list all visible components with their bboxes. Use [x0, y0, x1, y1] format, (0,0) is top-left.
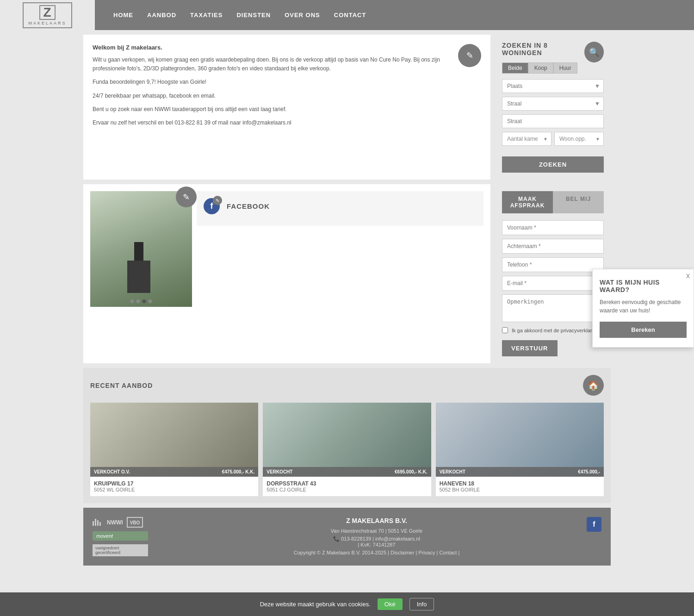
- edit-icon-circle: ✎: [458, 44, 481, 67]
- vastgoedcert-logo: vastgoedcert gecertificeerd: [93, 544, 148, 556]
- phone-input[interactable]: [502, 257, 604, 272]
- popup-bereken-button[interactable]: Bereken: [600, 322, 687, 338]
- place-input-wrap: ▼: [502, 79, 604, 93]
- popup-close-button[interactable]: x: [686, 272, 690, 280]
- footer-social: f: [587, 517, 601, 532]
- welcome-p5: Ervaar nu zelf het verschil en bel 013-8…: [93, 118, 481, 127]
- footer: NWWI VBO movent vastgoedcert gecertifice…: [83, 508, 611, 566]
- property-status-3: VERKOCHT: [440, 469, 465, 474]
- property-info-1: KRUIPWILG 17 5052 WL GOIRLE: [90, 477, 258, 496]
- search-title: ZOEKEN IN 8 WONINGEN: [502, 42, 584, 56]
- property-image: [90, 191, 192, 307]
- bar-1: [93, 521, 94, 526]
- dot-1: [130, 299, 134, 303]
- logo-box: Z MAKELAARS: [23, 2, 72, 28]
- church-body: [127, 261, 150, 293]
- search-section: ZOEKEN IN 8 WONINGEN 🔍 Beide Koop Huur ▼…: [495, 35, 611, 180]
- property-status-1: VERKOCHT O.V.: [94, 469, 130, 474]
- logo-text: MAKELAARS: [28, 21, 66, 25]
- rooms-select-wrap: Aantal kamers: [502, 132, 551, 146]
- footer-copyright: Copyright © Z Makelaars B.V. 2014-2025: [294, 550, 386, 555]
- property-price-3: €475.000,-: [578, 469, 600, 474]
- footer-disclaimer-link[interactable]: Disclaimer: [390, 550, 414, 555]
- fb-icon-circle: f ✎: [204, 198, 220, 214]
- fb-edit-icon: ✎: [213, 196, 222, 205]
- nav-taxaties[interactable]: TAXATIES: [190, 12, 223, 19]
- footer-privacy-link[interactable]: Privacy: [418, 550, 435, 555]
- straal-input-wrap: ▼: [502, 97, 604, 111]
- search-button[interactable]: ZOEKEN: [502, 156, 604, 173]
- footer-facebook-icon[interactable]: f: [587, 517, 601, 532]
- nav-diensten[interactable]: DIENSTEN: [236, 12, 271, 19]
- bar-4: [99, 522, 101, 526]
- header-logo-area: Z MAKELAARS: [0, 0, 95, 30]
- tab-koop[interactable]: Koop: [528, 62, 553, 74]
- bar-2: [95, 519, 96, 526]
- property-city-2: 5051 CJ GOIRLE: [266, 487, 427, 492]
- notes-input[interactable]: [502, 294, 604, 322]
- property-card-3: VERKOCHT €475.000,- HANEVEN 18 5052 BH G…: [436, 403, 604, 496]
- tab-beide[interactable]: Beide: [502, 62, 528, 74]
- area-select-wrap: Woon.opp.: [554, 132, 604, 146]
- property-info-3: HANEVEN 18 5052 BH GOIRLE: [436, 477, 604, 496]
- street-input[interactable]: [502, 114, 604, 128]
- property-address-2: DORPSSTRAAT 43: [266, 480, 427, 487]
- footer-copyright-row: Copyright © Z Makelaars B.V. 2014-2025 |…: [176, 550, 577, 555]
- footer-contact-link[interactable]: Contact: [439, 550, 457, 555]
- header: Z MAKELAARS HOME AANBOD TAXATIES DIENSTE…: [0, 0, 694, 30]
- vbo-logo: VBO: [127, 517, 143, 528]
- place-input[interactable]: [502, 79, 604, 93]
- nav-home[interactable]: HOME: [113, 12, 133, 19]
- nav-contact[interactable]: CONTACT: [334, 12, 366, 19]
- property-img-3: VERKOCHT €475.000,-: [436, 403, 604, 477]
- firstname-input[interactable]: [502, 220, 604, 235]
- bar-3: [97, 520, 99, 526]
- straal-input[interactable]: [502, 97, 604, 111]
- search-header: ZOEKEN IN 8 WONINGEN 🔍: [502, 42, 604, 62]
- nwwi-vbo-logos: NWWI VBO: [93, 517, 167, 528]
- rooms-select[interactable]: Aantal kamers: [502, 132, 551, 146]
- property-status-2: VERKOCHT: [266, 469, 292, 474]
- search-icon-circle: 🔍: [584, 42, 604, 62]
- nwwi-bars: [93, 519, 101, 526]
- facebook-section: ✎: [83, 184, 490, 363]
- nav-aanbod[interactable]: AANBOD: [147, 12, 176, 19]
- privacy-checkbox[interactable]: [502, 327, 508, 333]
- recent-title: RECENT AANBOD: [90, 382, 153, 389]
- tab-huur[interactable]: Huur: [553, 62, 577, 74]
- welcome-section: ✎ Welkom bij Z makelaars. Wilt u gaan ve…: [83, 35, 490, 180]
- welcome-p3: 24/7 bereikbaar per whatsapp, facebook e…: [93, 92, 481, 100]
- tab-bel-mij[interactable]: BEL MIJ: [553, 191, 604, 213]
- footer-phone: 013-8228139: [341, 536, 371, 541]
- property-card-2: VERKOCHT €695.000,- K.K. DORPSSTRAAT 43 …: [263, 403, 431, 496]
- property-city-1: 5052 WL GOIRLE: [94, 487, 254, 492]
- recent-aanbod-section: RECENT AANBOD 🏠 VERKOCHT O.V. €475.000,-…: [83, 368, 611, 503]
- recent-header: RECENT AANBOD 🏠: [90, 375, 604, 396]
- property-badge-3: VERKOCHT €475.000,-: [436, 467, 604, 477]
- property-img-1: VERKOCHT O.V. €475.000,- K.K.: [90, 403, 258, 477]
- property-badge-1: VERKOCHT O.V. €475.000,- K.K.: [90, 467, 258, 477]
- main-nav: HOME AANBOD TAXATIES DIENSTEN OVER ONS C…: [95, 12, 366, 19]
- search-selects-row: Aantal kamers Woon.opp.: [502, 132, 604, 146]
- church-tower: [134, 242, 143, 261]
- area-select[interactable]: Woon.opp.: [554, 132, 604, 146]
- welcome-title: Welkom bij Z makelaars.: [93, 44, 481, 51]
- lastname-input[interactable]: [502, 239, 604, 254]
- email-input[interactable]: [502, 276, 604, 291]
- welcome-p1: Wilt u gaan verkopen, wij komen graag ee…: [93, 56, 481, 73]
- footer-address: Van Haestrechstraat 70 | 5051 VE Goirle: [176, 527, 577, 536]
- nav-over-ons[interactable]: OVER ONS: [285, 12, 320, 19]
- tab-afspraak[interactable]: MAAK AFSPRAAK: [502, 191, 553, 213]
- property-price-1: €475.000,- K.K.: [222, 469, 255, 474]
- edit-icon: ✎: [458, 44, 481, 67]
- popup-title: WAT IS MIJN HUIS WAARD?: [600, 279, 687, 293]
- property-card-1: VERKOCHT O.V. €475.000,- K.K. KRUIPWILG …: [90, 403, 258, 496]
- footer-email: info@zmakelaars.nl: [375, 536, 420, 541]
- property-badge-2: VERKOCHT €695.000,- K.K.: [263, 467, 431, 477]
- submit-button[interactable]: VERSTUUR: [502, 340, 558, 356]
- dot-3-active: [143, 299, 146, 303]
- image-edit-icon: ✎: [176, 187, 197, 207]
- property-img-2: VERKOCHT €695.000,- K.K.: [263, 403, 431, 477]
- image-dots: [130, 299, 152, 303]
- side-popup: x WAT IS MIJN HUIS WAARD? Bereken eenvou…: [592, 269, 694, 348]
